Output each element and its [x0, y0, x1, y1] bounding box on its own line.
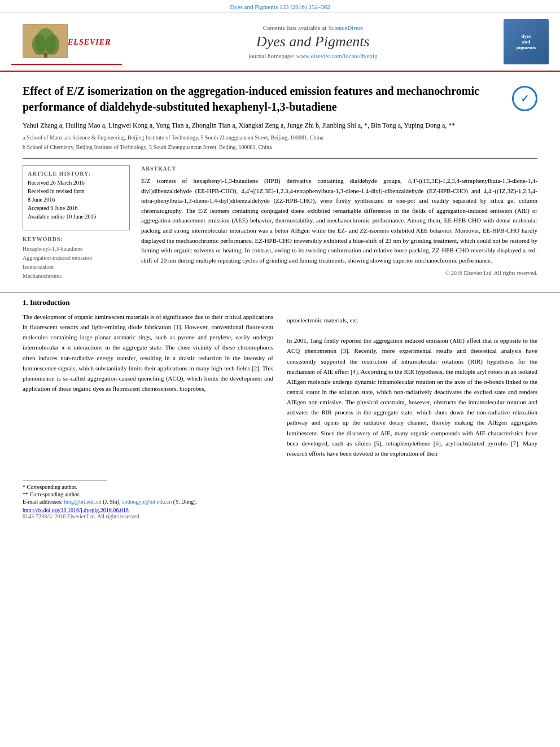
doi-link[interactable]: http://dx.doi.org/10.1016/j.dyepig.2016.… [23, 507, 129, 513]
body-two-col: 1. Introduction The development of organ… [23, 298, 537, 463]
svg-rect-4 [44, 53, 47, 58]
elsevier-tree-image [23, 24, 68, 58]
article-history-section: Article history: Received 26 March 2016 … [28, 171, 125, 221]
doi-line: http://dx.doi.org/10.1016/j.dyepig.2016.… [23, 507, 537, 513]
revised-date: 8 June 2016 [28, 196, 125, 204]
received-revised-label: Received in revised form [28, 187, 125, 195]
elsevier-logo-block: ELSEVIER [11, 19, 122, 65]
authors-line: Yahui Zhang a, Huiling Mao a, Lingwei Ko… [23, 120, 537, 130]
article-title: Effect of E/Z isomerization on the aggre… [23, 83, 512, 115]
email-link-2[interactable]: chdongyp@bit.edu.cn [122, 499, 172, 505]
crossmark-icon: ✓ [520, 93, 529, 105]
journal-title-block: Contents lists available at ScienceDirec… [122, 24, 504, 59]
article-title-section: Effect of E/Z isomerization on the aggre… [23, 83, 537, 115]
article-info-panel: Article history: Received 26 March 2016 … [23, 165, 130, 281]
abstract-section: ABSTRACT E/Z isomers of hexaphenyl-1,3-b… [141, 165, 537, 281]
corresponding-note-1: * Corresponding author. [23, 484, 537, 490]
keyword-3: Isomerization [23, 263, 130, 272]
crossmark-logo: ✓ [512, 86, 537, 111]
footnote-area: * Corresponding author. ** Corresponding… [0, 474, 560, 522]
keywords-heading: Keywords: [23, 236, 130, 242]
body-container: 1. Introduction The development of organ… [0, 292, 560, 474]
homepage-link[interactable]: www.elsevier.com/locate/dyepig [296, 53, 377, 59]
abstract-heading: ABSTRACT [141, 165, 537, 172]
contents-line: Contents lists available at ScienceDirec… [122, 24, 504, 31]
body-right-col: optoelectronic materials, etc. In 2001, … [287, 298, 537, 463]
copyright-line: © 2016 Elsevier Ltd. All rights reserved… [141, 270, 537, 276]
article-info-box: Article history: Received 26 March 2016 … [23, 165, 130, 230]
keyword-2: Aggregation-induced emission [23, 254, 130, 263]
footnote-divider [23, 480, 107, 480]
affiliation-a: a School of Materials Science & Engineer… [23, 134, 537, 142]
article-container: Effect of E/Z isomerization on the aggre… [0, 72, 560, 292]
available-online-date: Available online 10 June 2016 [28, 213, 125, 221]
article-history-heading: Article history: [28, 171, 125, 177]
svg-point-2 [32, 34, 46, 55]
corresponding-note-2: ** Corresponding author. [23, 491, 537, 497]
body-left-col: 1. Introduction The development of organ… [23, 298, 273, 463]
introduction-right-text: optoelectronic materials, etc. In 2001, … [287, 315, 537, 458]
sciencedirect-link[interactable]: ScienceDirect [328, 24, 363, 31]
section-divider [23, 158, 537, 159]
keyword-1: Hexaphenyl-1,3-butadiene [23, 244, 130, 254]
journal-header: ELSEVIER Contents lists available at Sci… [0, 13, 560, 72]
accepted-date: Accepted 9 June 2016 [28, 204, 125, 212]
info-abstract-row: Article history: Received 26 March 2016 … [23, 165, 537, 281]
email-line: E-mail addresses: bing@bit.edu.cn (J. Sh… [23, 499, 537, 505]
introduction-heading: 1. Introduction [23, 298, 273, 307]
keywords-section: Keywords: Hexaphenyl-1,3-butadiene Aggre… [23, 236, 130, 281]
top-bar: Dyes and Pigments 133 (2016) 354–362 [0, 0, 560, 13]
elsevier-wordmark: ELSEVIER [68, 38, 111, 47]
journal-badge: dyes and pigments [504, 19, 549, 64]
received-date: Received 26 March 2016 [28, 179, 125, 187]
homepage-line: journal homepage: www.elsevier.com/locat… [122, 53, 504, 59]
affiliation-b: b School of Chemistry, Beijing Institute… [23, 143, 537, 151]
introduction-left-text: The development of organic luminescent m… [23, 312, 273, 394]
journal-name: Dyes and Pigments [122, 33, 504, 50]
keyword-4: Mechanochromic [23, 272, 130, 281]
svg-point-3 [46, 34, 59, 55]
email-link-1[interactable]: bing@bit.edu.cn [64, 499, 101, 505]
abstract-text: E/Z isomers of hexaphenyl-1,3-butadiene … [141, 176, 537, 265]
issn-line: 0143-7208/© 2016 Elsevier Ltd. All right… [23, 513, 537, 519]
journal-citation: Dyes and Pigments 133 (2016) 354–362 [230, 3, 330, 10]
